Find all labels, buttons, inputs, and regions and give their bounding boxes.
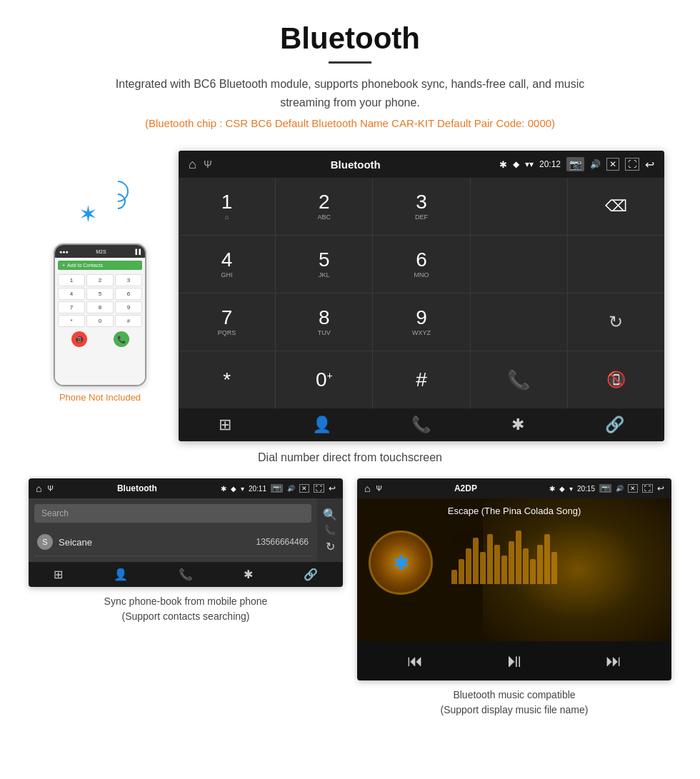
page-header: Bluetooth Integrated with BC6 Bluetooth …: [0, 0, 700, 151]
dial-key-4[interactable]: 4 GHI: [179, 236, 275, 293]
phone-key-star[interactable]: *: [58, 315, 85, 327]
phonebook-vol-icon[interactable]: 🔊: [287, 485, 295, 492]
nav-phone-icon[interactable]: 📞: [411, 416, 431, 434]
volume-icon[interactable]: 🔊: [590, 159, 601, 169]
phone-key-2[interactable]: 2: [86, 274, 114, 286]
phone-key-8[interactable]: 8: [86, 301, 114, 313]
phone-key-1[interactable]: 1: [58, 274, 85, 286]
pb-nav-phone-icon[interactable]: 📞: [179, 568, 193, 581]
dial-key-5[interactable]: 5 JKL: [276, 236, 372, 293]
phonebook-back-icon[interactable]: ↩: [329, 483, 336, 493]
dial-key-7[interactable]: 7 PQRS: [179, 293, 275, 351]
pb-nav-contacts-icon[interactable]: 👤: [114, 568, 128, 581]
phonebook-caption-line2: (Support contacts searching): [122, 610, 250, 622]
music-camera-icon[interactable]: 📷: [599, 484, 611, 493]
big-screen: ⌂ Ψ Bluetooth ✱ ◆ ▾▾ 20:12 📷 🔊 ✕ ⛶ ↩ 1 ⌂: [179, 151, 664, 441]
music-main-row: ✱: [357, 523, 671, 602]
phonebook-icons-col: 🔍 📞 ↻: [317, 498, 343, 562]
eq-bar: [494, 545, 500, 584]
music-bt-icon: ✱: [549, 485, 555, 493]
play-pause-icon[interactable]: ⏯: [505, 650, 524, 672]
search-bar[interactable]: Search: [34, 504, 311, 523]
side-phone-icon[interactable]: 📞: [324, 525, 336, 536]
back-icon[interactable]: ↩: [645, 158, 654, 171]
music-screenshot-block: ⌂ Ψ A2DP ✱ ◆ ▾ 20:15 📷 🔊 ✕ ⛶ ↩: [357, 478, 671, 718]
dial-key-9[interactable]: 9 WXYZ: [373, 293, 469, 351]
dial-key-empty-4: [471, 293, 567, 351]
phone-end-call-btn[interactable]: 📵: [71, 331, 87, 347]
music-close-icon[interactable]: ✕: [628, 484, 638, 493]
nav-link-icon[interactable]: 🔗: [605, 416, 624, 434]
contact-left: S Seicane: [37, 534, 92, 550]
dial-key-0[interactable]: 0+: [276, 351, 372, 408]
phone-key-3[interactable]: 3: [115, 274, 142, 286]
dial-key-6[interactable]: 6 MNO: [373, 236, 469, 293]
dial-key-call-red[interactable]: 📵: [568, 351, 664, 408]
music-full-icon[interactable]: ⛶: [642, 484, 653, 493]
dial-key-8[interactable]: 8 TUV: [276, 293, 372, 351]
nav-grid-icon[interactable]: ⊞: [219, 416, 231, 434]
eq-bar: [537, 545, 543, 584]
pb-nav-link-icon[interactable]: 🔗: [304, 568, 318, 581]
music-home-icon[interactable]: ⌂: [364, 483, 370, 494]
phone-key-4[interactable]: 4: [58, 288, 85, 300]
nav-bluetooth-icon[interactable]: ✱: [511, 416, 524, 434]
wave-lines: [113, 199, 129, 209]
music-mini-screen: ⌂ Ψ A2DP ✱ ◆ ▾ 20:15 📷 🔊 ✕ ⛶ ↩: [357, 478, 671, 680]
phonebook-close-icon[interactable]: ✕: [299, 484, 309, 493]
next-track-icon[interactable]: ⏭: [606, 652, 621, 670]
eq-bar: [544, 534, 550, 584]
screen-nav-bar: ⊞ 👤 📞 ✱ 🔗: [179, 408, 664, 441]
usb-icon: Ψ: [204, 159, 212, 170]
phonebook-time: 20:11: [249, 485, 266, 493]
music-loc-icon: ◆: [559, 485, 565, 493]
phone-key-9[interactable]: 9: [115, 301, 142, 313]
phone-key-hash[interactable]: #: [115, 315, 142, 327]
phonebook-full-icon[interactable]: ⛶: [314, 484, 324, 493]
prev-track-icon[interactable]: ⏮: [407, 652, 423, 670]
contact-row[interactable]: S Seicane 13566664466: [34, 528, 311, 556]
music-signal: ▾: [569, 485, 573, 493]
phonebook-home-icon[interactable]: ⌂: [36, 483, 41, 494]
dial-key-hash[interactable]: #: [373, 351, 469, 408]
phonebook-camera-icon[interactable]: 📷: [271, 484, 283, 493]
phonebook-loc-icon: ◆: [231, 485, 236, 493]
music-vol-icon[interactable]: 🔊: [616, 485, 624, 492]
phone-key-5[interactable]: 5: [86, 288, 114, 300]
eq-bar: [523, 548, 529, 584]
phone-key-6[interactable]: 6: [115, 288, 142, 300]
contact-avatar: S: [37, 534, 53, 550]
dial-key-star[interactable]: *: [179, 351, 275, 408]
nav-contacts-icon[interactable]: 👤: [312, 416, 331, 434]
pb-nav-grid-icon[interactable]: ⊞: [54, 568, 63, 581]
dial-key-3[interactable]: 3 DEF: [373, 178, 469, 235]
phone-call-btn[interactable]: 📞: [114, 331, 129, 347]
dial-key-2[interactable]: 2 ABC: [276, 178, 372, 235]
eq-bar: [451, 570, 457, 584]
dial-key-redial[interactable]: ↻: [568, 293, 664, 351]
plus-icon: +: [62, 263, 65, 268]
pb-nav-bt-icon[interactable]: ✱: [244, 568, 253, 581]
dial-key-1[interactable]: 1 ⌂: [179, 178, 275, 235]
music-content: Escape (The Pina Colada Song) ✱: [357, 498, 671, 641]
bluetooth-status-icon: ✱: [499, 159, 507, 170]
side-refresh-icon[interactable]: ↻: [326, 540, 335, 553]
contact-number: 13566664466: [256, 537, 309, 547]
phone-key-7[interactable]: 7: [58, 301, 85, 313]
phonebook-signal: ▾: [241, 485, 244, 493]
phone-key-0[interactable]: 0: [86, 315, 114, 327]
side-search-icon[interactable]: 🔍: [323, 508, 337, 521]
eq-bar: [480, 552, 486, 584]
phone-content: + Add to Contacts 1 2 3 4 5 6 7 8 9 * 0 …: [55, 258, 145, 385]
close-icon[interactable]: ✕: [606, 158, 619, 171]
big-screen-status-bar: ⌂ Ψ Bluetooth ✱ ◆ ▾▾ 20:12 📷 🔊 ✕ ⛶ ↩: [179, 151, 664, 178]
dial-key-backspace[interactable]: ⌫: [568, 178, 664, 235]
music-back-icon[interactable]: ↩: [657, 483, 664, 493]
dial-key-call-green[interactable]: 📞: [471, 351, 567, 408]
home-icon[interactable]: ⌂: [189, 157, 196, 172]
camera-icon[interactable]: 📷: [566, 157, 584, 171]
dial-key-empty-3: [568, 236, 664, 293]
fullscreen-icon[interactable]: ⛶: [625, 158, 639, 171]
phonebook-caption: Sync phone-book from mobile phone (Suppo…: [104, 594, 268, 624]
phonebook-status-right: ✱ ◆ ▾ 20:11 📷 🔊 ✕ ⛶ ↩: [221, 483, 336, 493]
